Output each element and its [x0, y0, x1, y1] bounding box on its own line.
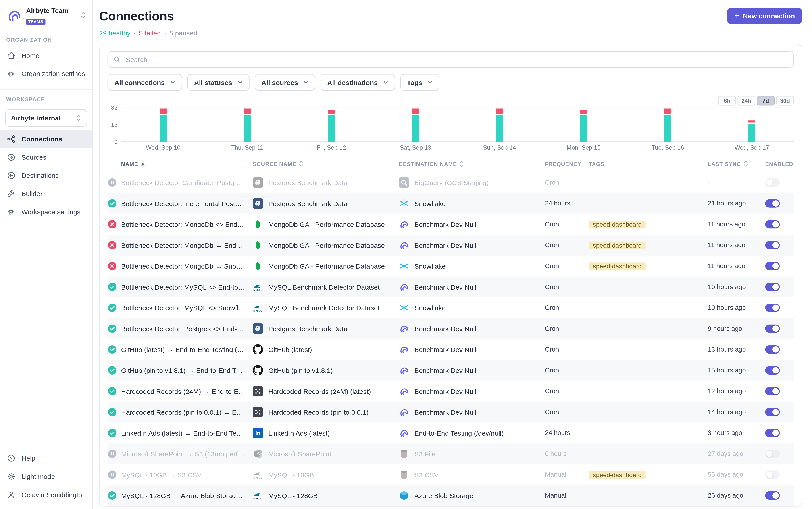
- table-row[interactable]: Microsoft SharePoint → S3 (13mb performa…: [107, 443, 794, 464]
- frequency: Manual: [545, 492, 589, 499]
- tag-badge: speed-dashboard: [589, 262, 646, 270]
- table-row[interactable]: Hardcoded Records (pin to 0.0.1) → End-t…: [107, 402, 794, 423]
- table-row[interactable]: Bottleneck Detector: Incremental Postgre…: [107, 193, 794, 214]
- time-range-24h[interactable]: 24h: [738, 96, 755, 105]
- enabled-toggle[interactable]: [765, 262, 780, 270]
- connection-name: GitHub (latest) → End-to-End Testing (/d…: [121, 345, 253, 353]
- snowflake-icon: [399, 302, 409, 313]
- enabled-toggle[interactable]: [765, 387, 780, 395]
- s3-icon: [399, 470, 409, 480]
- sidebar-item-light-mode[interactable]: Light mode: [0, 467, 92, 485]
- enabled-toggle[interactable]: [765, 408, 780, 416]
- sources-filter-dropdown[interactable]: All sources: [255, 74, 315, 91]
- table-row[interactable]: LinkedIn Ads (latest) → End-to-End Testi…: [107, 422, 794, 443]
- failed-status-icon: [108, 241, 116, 249]
- time-range-30d[interactable]: 30d: [776, 96, 794, 105]
- table-row[interactable]: Bottleneck Detector: MySQL <> End-to-End…: [107, 276, 794, 297]
- table-row[interactable]: Bottleneck Detector: MongoDb → End-to-En…: [107, 235, 794, 256]
- column-header-destination-name[interactable]: DESTINATION NAME: [399, 161, 545, 167]
- sidebar-item-help[interactable]: ? Help: [0, 449, 92, 467]
- sidebar-item-destinations[interactable]: Destinations: [0, 167, 92, 185]
- enabled-toggle[interactable]: [765, 303, 780, 312]
- chart-bar: [289, 107, 373, 142]
- org-badge: TEAMS: [26, 19, 45, 25]
- table-row[interactable]: Bottleneck Detector: MongoDb <> End-to-E…: [107, 214, 794, 235]
- enabled-toggle[interactable]: [765, 491, 780, 500]
- last-sync: 12 hours ago: [708, 388, 765, 395]
- chart-x-label: Sat, Sep 13: [373, 144, 458, 151]
- enabled-toggle[interactable]: [765, 282, 780, 291]
- enabled-toggle[interactable]: [765, 470, 780, 478]
- table-row[interactable]: GitHub (latest) → End-to-End Testing (/d…: [107, 339, 794, 360]
- table-row[interactable]: MySQL - 128GB → Azure Blob Storage JSOn …: [107, 485, 794, 506]
- table-row[interactable]: Bottleneck Detector Candidate: Postgres …: [107, 172, 794, 193]
- frequency: 24 hours: [545, 429, 589, 437]
- org-switcher[interactable]: Airbyte Team TEAMS: [0, 5, 92, 30]
- enabled-toggle[interactable]: [765, 220, 780, 228]
- postgres-icon: [253, 324, 263, 334]
- workspace-selector-icon: [76, 114, 82, 122]
- connection-summary: 29 healthy · 5 failed · 5 paused: [99, 29, 802, 37]
- org-selector-icon[interactable]: [80, 11, 86, 19]
- time-range-7d[interactable]: 7d: [757, 96, 775, 105]
- sidebar-item-home[interactable]: Home: [0, 46, 92, 65]
- column-header-last-sync[interactable]: LAST SYNC: [708, 161, 765, 167]
- sidebar-item-sources[interactable]: Sources: [0, 148, 92, 167]
- frequency: 6 hours: [545, 450, 589, 457]
- chart-x-label: Tue, Sep 16: [626, 144, 710, 151]
- enabled-toggle[interactable]: [765, 241, 780, 249]
- chart-x-axis: Wed, Sep 10Thu, Sep 11Fri, Sep 12Sat, Se…: [121, 144, 794, 151]
- paused-count: 5 paused: [169, 29, 197, 37]
- workspace-selector[interactable]: Airbyte Internal: [5, 109, 87, 127]
- last-sync: 13 hours ago: [708, 346, 765, 353]
- filter-row: All connections All statuses All sources…: [107, 74, 794, 91]
- sidebar-item-builder[interactable]: Builder: [0, 185, 92, 203]
- connections-filter-dropdown[interactable]: All connections: [107, 74, 182, 91]
- tags-filter-dropdown[interactable]: Tags: [400, 74, 440, 91]
- table-row[interactable]: Bottleneck Detector: MySQL <> SnowflakeM…: [107, 297, 794, 318]
- new-connection-button[interactable]: + New connection: [727, 8, 802, 24]
- table-row[interactable]: GitHub (pin to v1.8.1) → End-to-End Test…: [107, 360, 794, 381]
- healthy-status-icon: [108, 491, 116, 500]
- help-icon: ?: [6, 453, 15, 463]
- airbyte-icon: [399, 344, 409, 354]
- chevron-down-icon: [427, 80, 432, 85]
- table-body: Bottleneck Detector Candidate: Postgres …: [107, 172, 794, 506]
- chart-bar: [626, 107, 710, 142]
- sidebar-item-label: Workspace settings: [22, 208, 80, 216]
- column-header-source-name[interactable]: SOURCE NAME: [253, 161, 399, 167]
- enabled-toggle[interactable]: [765, 324, 780, 332]
- healthy-status-icon: [108, 408, 116, 416]
- airbyte-icon: [399, 324, 409, 334]
- enabled-toggle[interactable]: [765, 345, 780, 353]
- enabled-toggle[interactable]: [765, 366, 780, 374]
- enabled-toggle[interactable]: [765, 449, 780, 458]
- connection-name: Microsoft SharePoint → S3 (13mb performa…: [121, 450, 253, 458]
- gear-icon: ⚙: [6, 69, 15, 79]
- search-input[interactable]: [125, 55, 788, 64]
- enabled-toggle[interactable]: [765, 429, 780, 437]
- table-row[interactable]: Bottleneck Detector: MongoDb → Snowflake…: [107, 256, 794, 277]
- app-window: Airbyte Team TEAMS ORGANIZATION Home ⚙ O…: [0, 0, 812, 509]
- sidebar-item-label: Destinations: [22, 172, 59, 179]
- destinations-filter-dropdown[interactable]: All destinations: [321, 74, 395, 91]
- sidebar-item-user[interactable]: Octavia Squiddington: [0, 485, 92, 504]
- table-row[interactable]: MySQL - 10GB → S3 CSVMySQLMySQL - 10GBS3…: [107, 464, 794, 485]
- column-header-name[interactable]: NAME: [121, 161, 253, 167]
- search-icon: [113, 56, 121, 63]
- enabled-toggle[interactable]: [765, 178, 780, 186]
- connection-name: Hardcoded Records (24M) → End-to-End Te.…: [121, 387, 253, 395]
- sidebar-item-label: Light mode: [22, 473, 55, 480]
- enabled-toggle[interactable]: [765, 199, 780, 207]
- table-row[interactable]: Hardcoded Records (24M) → End-to-End Te.…: [107, 381, 794, 402]
- sidebar-item-organization-settings[interactable]: ⚙ Organization settings: [0, 65, 92, 83]
- statuses-filter-dropdown[interactable]: All statuses: [187, 74, 249, 91]
- time-range-6h[interactable]: 6h: [718, 96, 736, 105]
- healthy-status-icon: [108, 199, 116, 207]
- chart-x-label: Thu, Sep 11: [205, 144, 289, 151]
- paused-status-icon: [108, 178, 116, 187]
- sidebar-item-workspace-settings[interactable]: ⚙ Workspace settings: [0, 203, 92, 222]
- sidebar-item-connections[interactable]: Connections: [0, 130, 92, 148]
- sort-asc-icon: [140, 162, 145, 166]
- table-row[interactable]: Bottleneck Detector: Postgres <> End-to-…: [107, 318, 794, 339]
